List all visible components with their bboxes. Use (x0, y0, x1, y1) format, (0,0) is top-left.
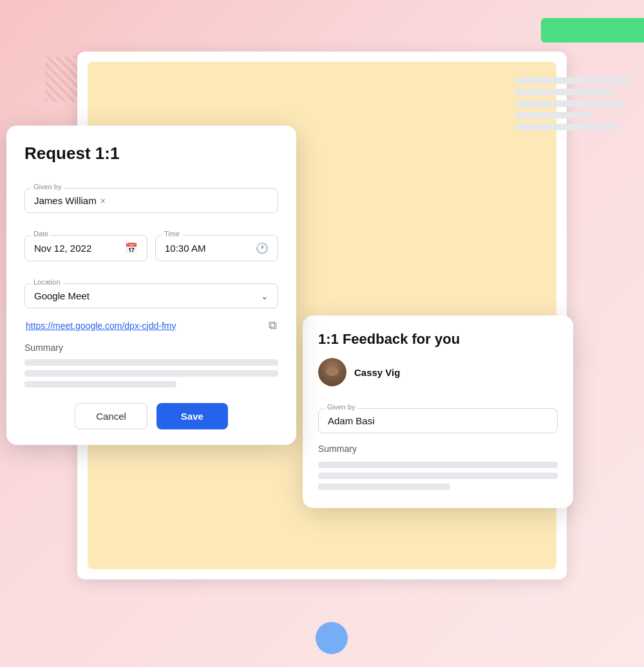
chevron-down-icon: ⌄ (261, 291, 269, 301)
meet-link-row: https://meet.google.com/dpx-cjdd-fmy ⧉ (24, 319, 278, 332)
request-dialog: Request 1:1 Given by James William × Dat… (6, 126, 296, 445)
feedback-summary-line-1 (318, 462, 558, 468)
right-panel (515, 77, 644, 130)
time-label: Time (162, 230, 182, 238)
summary-line-3 (24, 381, 176, 388)
feedback-summary-placeholder (318, 462, 558, 490)
avatar-image (318, 358, 346, 386)
given-by-tag: James William × (34, 195, 106, 206)
location-box[interactable]: Google Meet ⌄ (24, 283, 278, 308)
save-button[interactable]: Save (156, 403, 228, 429)
given-by-field: Given by James William × (24, 176, 278, 213)
summary-label: Summary (24, 343, 278, 353)
feedback-dialog: 1:1 Feedback for you Cassy Vig Given by … (303, 315, 573, 508)
dialog-actions: Cancel Save (24, 403, 278, 429)
avatar (318, 358, 346, 386)
user-row: Cassy Vig (318, 358, 558, 386)
clock-icon: 🕐 (256, 242, 269, 254)
meet-link[interactable]: https://meet.google.com/dpx-cjdd-fmy (26, 321, 176, 331)
blue-circle-decoration (316, 622, 348, 654)
feedback-given-by-field: Given by Adam Basi (318, 397, 558, 433)
given-by-box[interactable]: James William × (24, 188, 278, 213)
time-field: Time 10:30 AM 🕐 (155, 223, 278, 261)
location-label: Location (31, 278, 63, 286)
feedback-summary-line-3 (318, 484, 450, 490)
feedback-given-by-label: Given by (325, 403, 357, 411)
summary-line-2 (24, 370, 278, 377)
request-dialog-title: Request 1:1 (24, 144, 278, 164)
feedback-given-by-box[interactable]: Adam Basi (318, 408, 558, 433)
remove-tag-button[interactable]: × (100, 196, 106, 206)
feedback-summary-label: Summary (318, 444, 558, 454)
top-green-button[interactable] (541, 18, 644, 42)
date-value: Nov 12, 2022 (34, 243, 91, 254)
time-box[interactable]: 10:30 AM 🕐 (155, 235, 278, 261)
feedback-dialog-title: 1:1 Feedback for you (318, 331, 558, 348)
date-time-row: Date Nov 12, 2022 📅 Time 10:30 AM 🕐 (24, 223, 278, 261)
time-value: 10:30 AM (165, 243, 205, 254)
location-value: Google Meet (34, 290, 90, 301)
location-field: Location Google Meet ⌄ (24, 272, 278, 308)
given-by-label: Given by (31, 183, 64, 191)
summary-placeholder (24, 359, 278, 388)
given-by-name: James William (34, 195, 97, 206)
calendar-icon: 📅 (125, 242, 138, 254)
feedback-given-by-value: Adam Basi (328, 415, 375, 426)
summary-line-1 (24, 359, 278, 366)
feedback-summary-line-2 (318, 473, 558, 479)
cancel-button[interactable]: Cancel (75, 403, 147, 429)
date-label: Date (31, 230, 51, 238)
date-field: Date Nov 12, 2022 📅 (24, 223, 147, 261)
copy-icon[interactable]: ⧉ (269, 319, 277, 332)
date-box[interactable]: Nov 12, 2022 📅 (24, 235, 147, 261)
user-name: Cassy Vig (354, 367, 400, 378)
